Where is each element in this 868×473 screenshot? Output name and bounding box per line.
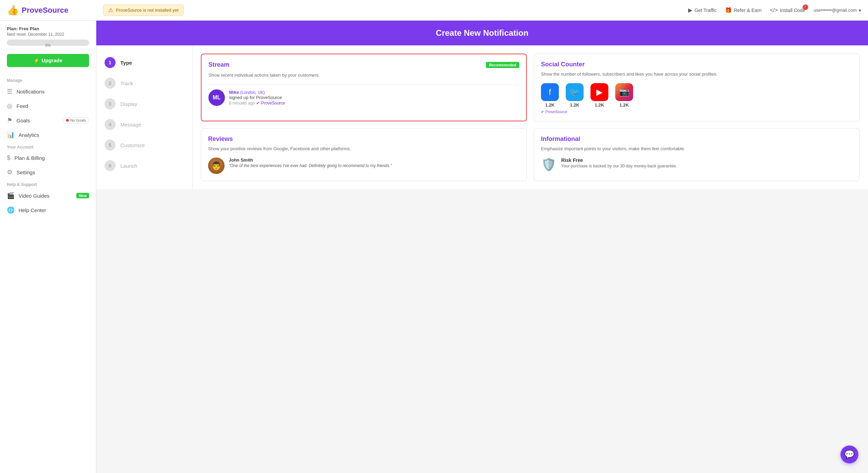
social-counter-title: Social Counter [541,61,853,68]
new-badge: New [76,193,89,198]
step-1-type[interactable]: 1 Type [96,52,192,73]
sidebar-item-help-center[interactable]: 🌐 Help Center [0,203,96,217]
no-goals-badge: No Goals [63,117,89,123]
get-traffic-label: Get Traffic [694,8,716,13]
review-text: John Smith "One of the best experiences … [229,157,392,169]
type-cards-area: Stream Recomemnded Show recent individua… [193,45,868,189]
step-2-track[interactable]: 2 Track [96,73,192,94]
sidebar-item-video-guides[interactable]: 🎬 Video Guides New [0,188,96,203]
content-area: Create New Notification 1 Type 2 Track 3… [96,21,868,473]
next-reset-label: Next reset: [7,32,27,37]
step-4-circle: 4 [105,119,116,130]
risk-free-desc: Your purchase is backed by our 30-day mo… [561,163,677,169]
time-text: 6 minutes ago [229,101,255,106]
reviewer-avatar-img: 👨 [208,157,225,174]
social-counter-card[interactable]: Social Counter Show the number of follow… [534,54,860,121]
banner-title: Create New Notification [436,28,528,37]
plan-label: Plan: [7,26,18,31]
logo-thumb-icon: 👍 [7,4,19,16]
preview-time: 6 minutes ago ✔ ProveSource [229,101,285,106]
ig-count: 1.2K [619,102,629,108]
stream-title: Stream [208,61,229,68]
ml-avatar: ML [208,89,225,106]
yt-count: 1.2K [595,102,604,108]
step-5-label: Customize [120,142,145,148]
stream-card[interactable]: Stream Recomemnded Show recent individua… [201,54,527,121]
chat-bubble[interactable]: 💬 [840,446,858,463]
step-1-circle: 1 [105,57,116,68]
notifications-icon: ☰ [7,88,12,95]
user-email: use•••••••@gmail.com [814,8,857,13]
sidebar-item-analytics[interactable]: 📊 Analytics [0,128,96,142]
code-icon: </> [770,7,778,13]
informational-card[interactable]: Informational Emphasize important points… [534,128,860,182]
warning-icon: ⚠ [108,7,113,13]
provesource-source: ProveSource [261,101,285,106]
review-preview: 👨 John Smith "One of the best experience… [208,157,520,174]
step-1-label: Type [120,60,132,66]
refer-earn-link[interactable]: 🎁 Refer & Earn [725,7,762,13]
social-icons: f 1.2K 🐦 1.2K ▶ 1.2K 📷 [541,83,853,108]
step-3-display[interactable]: 3 Display [96,94,192,114]
step-3-circle: 3 [105,98,116,109]
sidebar-item-feed[interactable]: ◎ Feed [0,99,96,113]
install-alert: ⚠ ProveSource is not installed yet [103,4,184,16]
instagram-icon: 📷 [615,83,633,101]
refer-earn-label: Refer & Earn [734,8,762,13]
risk-free-title: Risk Free [561,157,677,163]
sidebar-item-goals[interactable]: ⚑ Goals No Goals [0,113,96,128]
help-icon: 🌐 [7,206,14,214]
review-quote: "One of the best experiences I've ever h… [229,163,392,169]
twitter-icon: 🐦 [566,83,584,101]
next-reset-date: December 11, 2022 [28,32,64,37]
step-2-circle: 2 [105,78,116,89]
step-5-circle: 5 [105,140,116,151]
logo-area: 👍 ProveSource [7,4,103,16]
install-notif-badge: ! [803,4,808,10]
stream-card-header: Stream Recomemnded [208,61,519,68]
sidebar-item-settings[interactable]: ⚙ Settings [0,165,96,179]
plan-billing-label: Plan & Billing [14,155,89,161]
chevron-down-icon: ▾ [859,8,861,13]
feed-icon: ◎ [7,102,12,110]
steps-panel: 1 Type 2 Track 3 Display 4 Message 5 C [96,45,193,189]
reviewer-avatar: 👨 [208,157,225,174]
step-4-message[interactable]: 4 Message [96,114,192,135]
stream-desc: Show recent individual actions taken by … [208,72,519,79]
gift-icon: 🎁 [725,7,732,13]
reviewer-name: John Smith [229,157,392,163]
top-nav: 👍 ProveSource ⚠ ProveSource is not insta… [0,0,868,21]
video-icon: 🎬 [7,192,14,199]
sidebar-item-notifications[interactable]: ☰ Notifications [0,84,96,99]
logo-text: ProveSource [22,6,68,15]
fb-count: 1.2K [545,102,554,108]
step-2-label: Track [120,80,133,86]
manage-section-label: Manage [0,75,96,84]
upgrade-button[interactable]: ⚡ Upgrade [7,54,89,67]
step-5-customize[interactable]: 5 Customize [96,135,192,155]
step-6-launch[interactable]: 6 Launch [96,155,192,176]
stream-preview: ML Mike (London, UK) signed up for Prove… [208,84,519,106]
step-3-label: Display [120,101,137,107]
sidebar-item-plan-billing[interactable]: $ Plan & Billing [0,151,96,165]
reviews-card[interactable]: Reviews Show your positive reviews from … [201,128,527,182]
user-menu[interactable]: use•••••••@gmail.com ▾ [814,8,861,13]
feed-label: Feed [17,103,89,109]
youtube-icon: ▶ [590,83,608,101]
ps-verified-label: ProveSource [545,110,567,114]
plan-info: Plan: Free Plan Next reset: December 11,… [0,26,96,54]
stream-preview-text: Mike (London, UK) signed up for ProveSou… [229,90,285,106]
goals-icon: ⚑ [7,117,12,124]
facebook-item: f 1.2K [541,83,559,108]
help-support-label: Help & Support [0,179,96,188]
shield-icon: 🛡️ [541,157,556,172]
help-center-label: Help Center [19,207,89,213]
install-code-link[interactable]: </> Install Code ! [770,7,805,13]
get-traffic-link[interactable]: ▶ Get Traffic [688,7,716,13]
no-goals-text: No Goals [70,118,86,122]
main-layout: Plan: Free Plan Next reset: December 11,… [0,21,868,473]
alert-text: ProveSource is not installed yet [116,8,178,13]
gear-icon: ⚙ [7,168,12,176]
reviews-title: Reviews [208,135,520,143]
preview-name: Mike [229,90,239,95]
